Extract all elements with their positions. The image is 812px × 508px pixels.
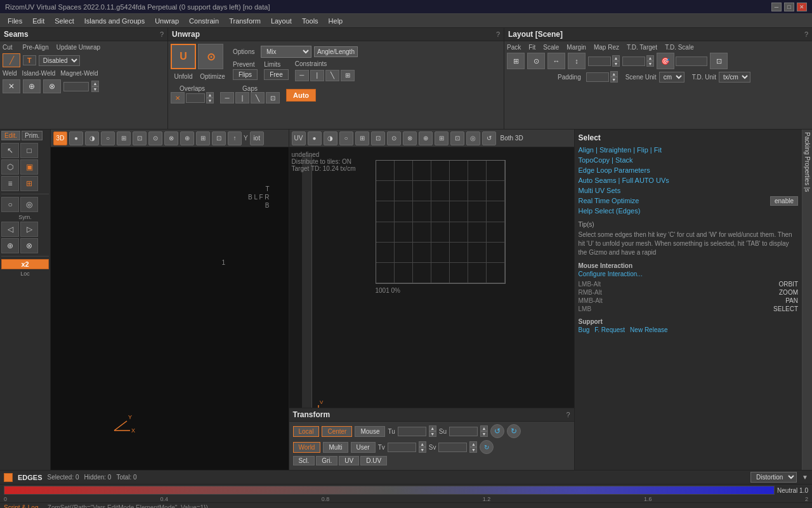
undo-arrow[interactable]: ↺ [490,424,504,438]
padding-down[interactable]: ▼ [610,77,618,83]
t-button[interactable]: T [23,55,36,65]
multi-btn[interactable]: Multi [323,442,348,453]
td-scale-icon[interactable]: ⊡ [710,53,728,69]
vp-wire-btn[interactable]: ⊡ [133,131,147,145]
cut-icon-btn[interactable]: ╱ [3,53,20,67]
weld-value-up[interactable]: ▲ [91,81,99,86]
loop-tool[interactable]: ≡ [1,176,19,191]
uv-shading-btn3[interactable]: ○ [339,131,353,145]
gaps-icon-1[interactable]: ─ [220,92,234,104]
overlaps-up[interactable]: ▲ [206,92,214,98]
topocopy-item[interactable]: TopoCopy | Stack [579,155,799,165]
map-rez-down[interactable]: ▼ [646,61,654,67]
scale-btn-1[interactable]: ↕ [568,53,586,69]
maximize-button[interactable]: □ [784,3,794,11]
uv-opt-btn[interactable]: ⊡ [450,131,464,145]
help-select-item[interactable]: Help Select (Edges) [579,206,799,216]
menu-files[interactable]: Files [3,16,27,26]
map-rez-input[interactable]: 2048 [622,57,645,66]
constraint-icon-4[interactable]: ⊞ [341,70,355,81]
margin-down[interactable]: ▼ [612,61,620,67]
mix-select[interactable]: Mix [261,46,311,58]
vp-shading-btn[interactable]: ● [69,131,83,145]
uv-shading-btn2[interactable]: ◑ [324,131,337,145]
edit-tab[interactable]: Edit. [1,131,20,140]
scriptlog-label[interactable]: Script & Log... [4,504,44,508]
seams-help-icon[interactable]: ? [160,30,164,38]
vp-iot-btn[interactable]: iot [250,131,264,145]
real-time-item[interactable]: Real Time Optimize [579,196,639,206]
select-tool[interactable]: ↖ [1,143,19,158]
enable-button[interactable]: enable [770,196,798,206]
vp-opt-btn[interactable]: ⊡ [212,131,226,145]
su-down[interactable]: ▼ [480,431,488,437]
margin-input[interactable]: 8 [588,57,611,66]
vp-focus-btn2[interactable]: ⊞ [196,131,210,145]
uv-checker-btn[interactable]: ⊞ [355,131,369,145]
unfold-icon[interactable]: ⊗ [20,238,38,253]
uv-main-area[interactable]: 1001 0% V U undef 0 0.4 0.8 [312,154,574,435]
poly-select-tool[interactable]: ▣ [20,159,38,175]
vp-shading-btn3[interactable]: ○ [101,131,115,145]
lasso-tool[interactable]: ⬡ [1,159,19,175]
gaps-icon-2[interactable]: | [235,92,249,104]
su-up[interactable]: ▲ [480,425,488,431]
constraint-icon-1[interactable]: ─ [295,70,309,81]
tv-up[interactable]: ▲ [419,441,426,447]
multi-uv-item[interactable]: Multi UV Sets [579,185,799,196]
fit-btn-1[interactable]: ↔ [547,53,565,69]
menu-select[interactable]: Select [49,16,79,26]
bug-link[interactable]: Bug [579,326,590,333]
gaps-icon-4[interactable]: ⊡ [266,92,280,104]
padding-up[interactable]: ▲ [610,71,618,77]
sv-input[interactable]: 0 [438,443,467,452]
mouse-btn[interactable]: Mouse [355,426,385,437]
scl-tab[interactable]: Scl. [293,456,315,465]
align-item[interactable]: Align | Straighten | Flip | Fit [579,145,799,155]
angle-length-button[interactable]: Angle/Length [314,46,358,57]
3d-canvas[interactable]: Y X T B L F R B [51,147,289,470]
center-btn[interactable]: Center [322,426,352,437]
weld-value-input[interactable]: 0.001 [63,82,89,91]
tu-up[interactable]: ▲ [429,425,436,431]
edge-loop-item[interactable]: Edge Loop Parameters [579,165,799,175]
ring-tool[interactable]: ⊞ [20,176,38,191]
vp-up-btn[interactable]: ↑ [228,131,242,145]
sym-icon-2[interactable]: ▷ [20,222,38,237]
configure-link[interactable]: Configure Interaction... [579,271,799,277]
unfold-button[interactable]: U [171,44,196,69]
sym-icon-1[interactable]: ◁ [1,222,19,237]
overlaps-down[interactable]: ▼ [206,98,214,104]
redo-arrow[interactable]: ↻ [507,424,521,438]
vp-focus-btn1[interactable]: ⊕ [180,131,194,145]
uv-shading-btn1[interactable]: ● [308,131,322,145]
local-btn[interactable]: Local [293,426,320,437]
layout-help-icon[interactable]: ? [804,30,808,38]
constraint-icon-3[interactable]: ╲ [325,70,339,81]
vp-shading-btn2[interactable]: ◑ [85,131,99,145]
pack-btn-2[interactable]: ⊙ [527,53,545,69]
menu-islands-groups[interactable]: Islands and Groups [79,16,150,26]
menu-transform[interactable]: Transform [224,16,266,26]
tv-input[interactable]: 0 [388,443,416,452]
vp-tex-btn2[interactable]: ⊗ [164,131,178,145]
uv-focus-btn2[interactable]: ⊞ [435,131,449,145]
duv-tab[interactable]: D.UV [360,456,387,465]
sv-up[interactable]: ▲ [469,441,477,447]
menu-help[interactable]: Help [324,16,348,26]
magnet-weld-icon-btn[interactable]: ⊗ [43,79,61,93]
vp-checker-btn[interactable]: ⊞ [117,131,131,145]
scene-unit-select[interactable]: cm [659,72,684,83]
pack-btn-1[interactable]: ⊞ [507,53,525,69]
uv-focus-btn1[interactable]: ⊕ [419,131,433,145]
gaps-icon-3[interactable]: ╲ [251,92,265,104]
overlaps-x-icon[interactable]: ✕ [171,92,185,104]
su-input[interactable]: 0 [449,427,478,436]
tu-input[interactable]: 0 [398,427,426,436]
user-btn[interactable]: User [351,442,376,453]
uv-btn[interactable]: UV [292,131,306,145]
flips-button[interactable]: Flips [233,69,258,80]
margin-up[interactable]: ▲ [612,55,620,61]
gri-tab[interactable]: Gri. [316,456,337,465]
padding-input[interactable]: 16 [586,72,609,82]
